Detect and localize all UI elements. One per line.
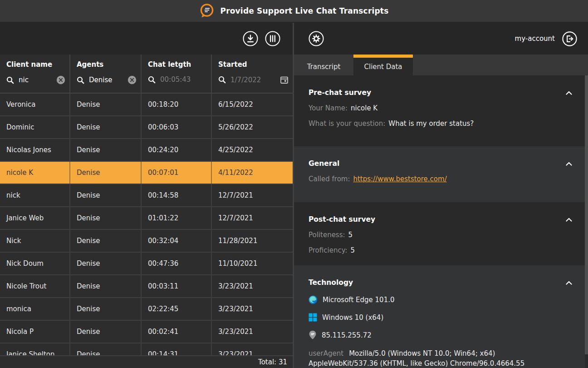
filter-text: Denise <box>89 76 113 84</box>
cell-agents: Denise <box>70 230 142 252</box>
filter-input-client-name[interactable]: nic <box>6 75 69 85</box>
filter-text: 00:05:43 <box>160 75 191 84</box>
table-row[interactable]: monicaDenise02:22:453/23/2021 <box>0 298 293 321</box>
logout-icon[interactable] <box>562 31 578 47</box>
columns-view-icon[interactable] <box>265 30 281 47</box>
cell-chat-letgth: 00:06:03 <box>142 116 212 138</box>
collapse-chevron-up-icon[interactable] <box>564 216 573 223</box>
column-label: Agents <box>77 60 141 69</box>
section-technology: TechnologyMicrosoft Edge 101.0Windows 10… <box>294 265 588 368</box>
table-row[interactable]: Nicolas JonesDenise00:24:204/25/2022 <box>0 139 293 162</box>
cell-client-name: Nick Doum <box>0 253 70 274</box>
tab-client-data[interactable]: Client Data <box>353 55 413 75</box>
column-header-started[interactable]: Started1/7/2022 <box>212 55 293 93</box>
search-icon <box>218 76 226 84</box>
cell-client-name: nick <box>0 184 70 206</box>
column-header-chat-letgth[interactable]: Chat letgth00:05:43 <box>142 55 212 93</box>
filter-input-chat-letgth[interactable]: 00:05:43 <box>148 75 211 84</box>
transcripts-toolbar <box>0 23 293 55</box>
cell-agents: Denise <box>70 275 142 297</box>
cell-agents: Denise <box>70 94 142 115</box>
scrollbar-track[interactable] <box>585 75 588 368</box>
field-label: What is your question: <box>309 119 385 128</box>
settings-gear-icon[interactable] <box>308 30 324 47</box>
download-icon[interactable] <box>242 30 259 47</box>
cell-agents: Denise <box>70 184 142 206</box>
windows-icon <box>309 313 317 322</box>
section-title: Technology <box>309 278 353 287</box>
collapse-chevron-up-icon[interactable] <box>564 90 573 96</box>
field-label: Proficiency: <box>309 246 347 254</box>
cell-started: 12/7/2021 <box>212 207 293 229</box>
table-row[interactable]: VeronicaDenise00:18:206/15/2022 <box>0 94 293 116</box>
section-header: General <box>309 146 573 168</box>
main-area: Client namenicAgentsDeniseChat letgth00:… <box>0 23 588 368</box>
cell-client-name: Nicola P <box>0 321 70 343</box>
cell-agents: Denise <box>70 321 142 343</box>
cell-client-name: Nicolas Jones <box>0 139 70 161</box>
clear-filter-icon[interactable] <box>56 75 65 85</box>
filter-input-agents[interactable]: Denise <box>77 75 141 85</box>
cell-agents: Denise <box>70 298 142 320</box>
cell-started: 3/23/2021 <box>212 321 293 343</box>
cell-client-name: Nicole Trout <box>0 275 70 297</box>
filter-text: nic <box>19 76 29 84</box>
total-count: Total: 31 <box>258 358 287 366</box>
svg-text:IP: IP <box>311 333 314 336</box>
cell-chat-letgth: 00:07:01 <box>142 162 212 184</box>
tech-item: IP85.115.255.72 <box>309 330 573 340</box>
tech-text: Windows 10 (x64) <box>322 313 383 322</box>
cell-chat-letgth: 00:02:41 <box>142 321 212 343</box>
table-row[interactable]: Nicole TroutDenise00:03:113/23/2021 <box>0 275 293 298</box>
cell-client-name: Veronica <box>0 94 70 115</box>
field-label: Politeness: <box>309 231 345 239</box>
clear-filter-icon[interactable] <box>127 75 137 85</box>
client-data-sections: Pre-chat surveyYour Name:nicole KWhat is… <box>294 75 588 368</box>
search-icon <box>77 76 84 84</box>
column-label: Started <box>218 60 293 69</box>
cell-agents: Denise <box>70 162 142 184</box>
tech-item: Microsoft Edge 101.0 <box>309 295 573 304</box>
cell-chat-letgth: 00:47:36 <box>142 253 212 274</box>
table-row[interactable]: Nick DoumDenise00:47:3611/10/2021 <box>0 253 293 275</box>
table-row[interactable]: Janice WebDenise01:01:2212/7/2021 <box>0 207 293 230</box>
scrollbar-thumb[interactable] <box>585 75 588 354</box>
cell-chat-letgth: 00:24:20 <box>142 139 212 161</box>
field-called-from: Called from:https://www.beststore.com/ <box>309 175 573 183</box>
cell-started: 5/26/2022 <box>212 116 293 138</box>
column-label: Chat letgth <box>148 60 211 69</box>
table-row[interactable]: Nicola PDenise00:02:413/23/2021 <box>0 321 293 343</box>
section-post-chat-survey: Post-chat surveyPoliteness:5Proficiency:… <box>294 202 588 265</box>
table-row[interactable]: nickDenise00:14:5812/7/2021 <box>0 184 293 207</box>
cell-agents: Denise <box>70 139 142 161</box>
table-row[interactable]: DominicDenise00:06:035/26/2022 <box>0 116 293 139</box>
filter-input-started[interactable]: 1/7/2022 <box>218 75 293 84</box>
column-header-client-name[interactable]: Client namenic <box>0 55 70 93</box>
account-name[interactable]: my-account <box>515 35 555 43</box>
filter-text: 1/7/2022 <box>230 76 261 84</box>
section-title: Pre-chat survey <box>309 89 371 97</box>
table-row[interactable]: NickDenise00:32:0411/28/2021 <box>0 230 293 253</box>
account-area: my-account <box>515 31 578 47</box>
cell-agents: Denise <box>70 207 142 229</box>
field-what-is-your-question: What is your question:What is my order s… <box>309 119 573 128</box>
section-title: General <box>309 159 339 168</box>
useragent-row: userAgentMozilla/5.0 (Windows NT 10.0; W… <box>309 349 573 368</box>
column-header-agents[interactable]: AgentsDenise <box>70 55 142 93</box>
called-from-link[interactable]: https://www.beststore.com/ <box>353 175 446 183</box>
collapse-chevron-up-icon[interactable] <box>564 279 573 286</box>
cell-started: 3/23/2021 <box>212 275 293 297</box>
section-header: Technology <box>309 265 573 287</box>
cell-chat-letgth: 00:32:04 <box>142 230 212 252</box>
collapse-chevron-up-icon[interactable] <box>564 160 573 167</box>
section-pre-chat-survey: Pre-chat surveyYour Name:nicole KWhat is… <box>294 75 588 146</box>
cell-client-name: nicole K <box>0 162 70 184</box>
calendar-icon[interactable] <box>280 75 289 84</box>
tech-text: 85.115.255.72 <box>322 331 372 339</box>
cell-client-name: Janice Web <box>0 207 70 229</box>
table-row[interactable]: nicole KDenise00:07:014/11/2022 <box>0 162 293 184</box>
cell-started: 11/28/2021 <box>212 230 293 252</box>
tab-transcript[interactable]: Transcript <box>294 55 353 75</box>
cell-chat-letgth: 00:03:11 <box>142 275 212 297</box>
detail-tabbar: TranscriptClient Data <box>294 55 588 75</box>
